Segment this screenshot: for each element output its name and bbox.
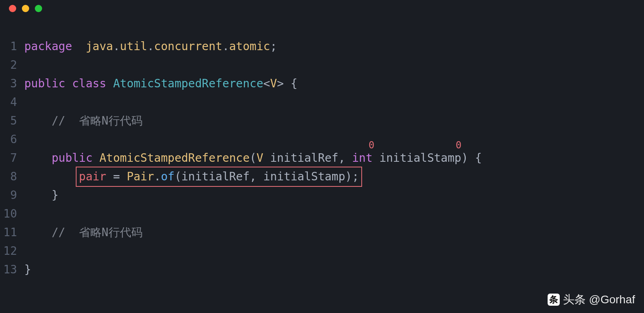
line-number: 12 — [0, 242, 24, 260]
code-content: public class AtomicStampedReference<V> { — [24, 74, 297, 93]
line-number: 1 — [0, 37, 24, 56]
code-content: public AtomicStampedReference(V initialR… — [24, 149, 482, 167]
line-number: 11 — [0, 223, 24, 242]
line-number: 8 — [0, 167, 24, 186]
code-content: pair = Pair.of(initialRef, initialStamp)… — [24, 167, 359, 186]
close-icon[interactable] — [9, 5, 16, 12]
annotation-zero: 0 — [369, 136, 374, 154]
code-content: package java.util.concurrent.atomic; — [24, 37, 277, 56]
code-editor[interactable]: 1package java.util.concurrent.atomic;23p… — [0, 17, 644, 279]
line-number: 9 — [0, 186, 24, 205]
code-content: } — [24, 260, 31, 279]
code-line: 6 — [0, 130, 644, 149]
code-line: 10 — [0, 205, 644, 223]
code-content: // 省略N行代码 — [24, 223, 143, 242]
code-line: 2 — [0, 56, 644, 74]
line-number: 3 — [0, 74, 24, 93]
line-number: 7 — [0, 149, 24, 167]
code-line: 3public class AtomicStampedReference<V> … — [0, 74, 644, 93]
code-line: 9 } — [0, 186, 644, 205]
line-number: 5 — [0, 112, 24, 130]
watermark-handle: @Gorhaf — [589, 293, 635, 306]
code-line: 12 — [0, 242, 644, 260]
code-line: 13} — [0, 260, 644, 279]
minimize-icon[interactable] — [22, 5, 29, 12]
line-number: 13 — [0, 260, 24, 279]
watermark: 条 头条 @Gorhaf — [548, 292, 635, 307]
annotation-zero: 0 — [456, 136, 461, 154]
code-content: // 省略N行代码 — [24, 112, 143, 130]
line-number: 6 — [0, 130, 24, 149]
watermark-prefix: 头条 — [563, 292, 586, 307]
code-content: } — [24, 186, 58, 205]
watermark-icon: 条 — [548, 294, 560, 306]
code-line: 8 pair = Pair.of(initialRef, initialStam… — [0, 167, 644, 186]
titlebar — [0, 0, 644, 17]
code-line: 7 public AtomicStampedReference(V initia… — [0, 149, 644, 167]
code-line: 5 // 省略N行代码 — [0, 112, 644, 130]
code-line: 4 — [0, 93, 644, 112]
line-number: 10 — [0, 205, 24, 223]
code-line: 11 // 省略N行代码 — [0, 223, 644, 242]
maximize-icon[interactable] — [35, 5, 42, 12]
line-number: 4 — [0, 93, 24, 112]
line-number: 2 — [0, 56, 24, 74]
code-window: 1package java.util.concurrent.atomic;23p… — [0, 0, 644, 313]
code-line: 1package java.util.concurrent.atomic; — [0, 37, 644, 56]
